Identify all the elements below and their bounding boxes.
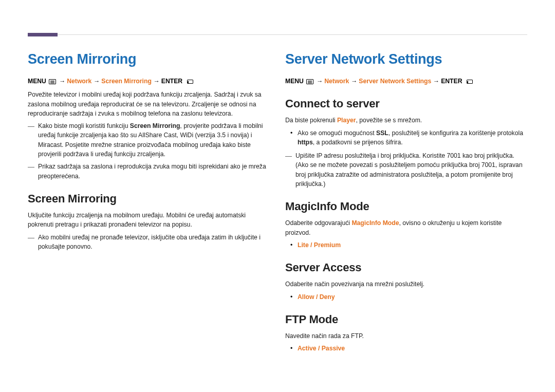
- ftp-intro: Navedite način rada za FTP.: [285, 331, 527, 341]
- bullet-list: Ako se omogući mogućnost SSL, poslužitel…: [285, 128, 527, 147]
- menu-item: Screen Mirroring: [101, 78, 152, 85]
- enter-label: ENTER: [441, 78, 462, 85]
- bullet-list: Allow / Deny: [285, 292, 527, 302]
- menu-network: Network: [324, 78, 349, 85]
- arrow: →: [153, 78, 159, 85]
- connect-intro: Da biste pokrenuli Player, povežite se s…: [285, 116, 527, 125]
- bullet-item: Ako se omogući mogućnost SSL, poslužitel…: [285, 128, 527, 147]
- arrow: →: [351, 78, 357, 85]
- text: Da biste pokrenuli: [285, 117, 337, 124]
- enter-icon: [465, 79, 473, 84]
- menu-path-left: MENU → Network → Screen Mirroring → ENTE…: [28, 77, 270, 86]
- bold: MagicInfo Mode: [351, 219, 399, 227]
- menu-icon: [306, 79, 313, 84]
- enter-icon: [186, 79, 194, 84]
- header-accent-bar: [28, 33, 58, 36]
- note-item: Ako mobilni uređaj ne pronađe televizor,…: [28, 233, 270, 252]
- menu-network: Network: [67, 78, 91, 85]
- subheading-server-access: Server Access: [285, 261, 527, 274]
- bullet-list: Lite / Premium: [285, 240, 527, 250]
- arrow: →: [59, 78, 65, 85]
- note-bold: Screen Mirroring: [130, 122, 180, 129]
- option-value: Allow / Deny: [298, 293, 335, 301]
- option-value: Lite / Premium: [298, 241, 341, 249]
- option-value: Active / Passive: [298, 345, 345, 352]
- text: , povežite se s mrežom.: [356, 117, 422, 124]
- bold: Player: [337, 117, 356, 124]
- arrow: →: [94, 78, 100, 85]
- text: Ako se omogući mogućnost: [298, 129, 376, 137]
- page-content: Screen Mirroring MENU → Network → Screen…: [28, 51, 527, 371]
- arrow: →: [433, 78, 439, 85]
- subheading-ftp-mode: FTP Mode: [285, 313, 527, 326]
- access-intro: Odaberite način povezivanja na mrežni po…: [285, 279, 527, 289]
- bullet-item: Allow / Deny: [285, 292, 527, 302]
- bold: SSL: [376, 129, 388, 137]
- bullet-list: Active / Passive: [285, 344, 527, 353]
- subheading-screen-mirroring: Screen Mirroring: [28, 192, 270, 206]
- text: , a podatkovni se prijenos šifrira.: [313, 139, 403, 146]
- text: , poslužitelj se konfigurira za korišten…: [388, 129, 523, 137]
- notes-list: Ako mobilni uređaj ne pronađe televizor,…: [28, 233, 270, 252]
- right-column: Server Network Settings MENU → Network →…: [285, 51, 527, 371]
- arrow: →: [317, 78, 323, 85]
- intro-text: Povežite televizor i mobilni uređaj koji…: [28, 90, 270, 118]
- notes-list: Kako biste mogli koristiti funkciju Scre…: [28, 121, 270, 181]
- menu-item: Server Network Settings: [359, 78, 431, 85]
- text: Odaberite odgovarajući: [285, 219, 351, 227]
- bullet-item: Active / Passive: [285, 344, 527, 353]
- bullet-item: Lite / Premium: [285, 240, 527, 250]
- note-item: Upišite IP adresu poslužitelja i broj pr…: [285, 151, 527, 189]
- heading-server-network: Server Network Settings: [285, 51, 527, 67]
- enter-label: ENTER: [161, 78, 182, 85]
- left-column: Screen Mirroring MENU → Network → Screen…: [28, 51, 270, 371]
- header-rule: [58, 34, 527, 35]
- menu-label: MENU: [285, 78, 304, 85]
- menu-label: MENU: [28, 78, 46, 85]
- notes-list: Upišite IP adresu poslužitelja i broj pr…: [285, 151, 527, 189]
- menu-path-right: MENU → Network → Server Network Settings…: [285, 77, 527, 86]
- subheading-connect: Connect to server: [285, 97, 527, 110]
- subheading-magicinfo: MagicInfo Mode: [285, 200, 527, 213]
- bold: https: [298, 139, 313, 146]
- menu-icon: [49, 79, 56, 84]
- heading-screen-mirroring: Screen Mirroring: [28, 51, 270, 67]
- note-item: Kako biste mogli koristiti funkciju Scre…: [28, 121, 270, 159]
- note-text: Kako biste mogli koristiti funkciju: [38, 122, 130, 129]
- note-item: Prikaz sadržaja sa zaslona i reprodukcij…: [28, 162, 270, 181]
- sub-intro: Uključite funkciju zrcaljenja na mobilno…: [28, 211, 270, 230]
- magic-intro: Odaberite odgovarajući MagicInfo Mode, o…: [285, 218, 527, 237]
